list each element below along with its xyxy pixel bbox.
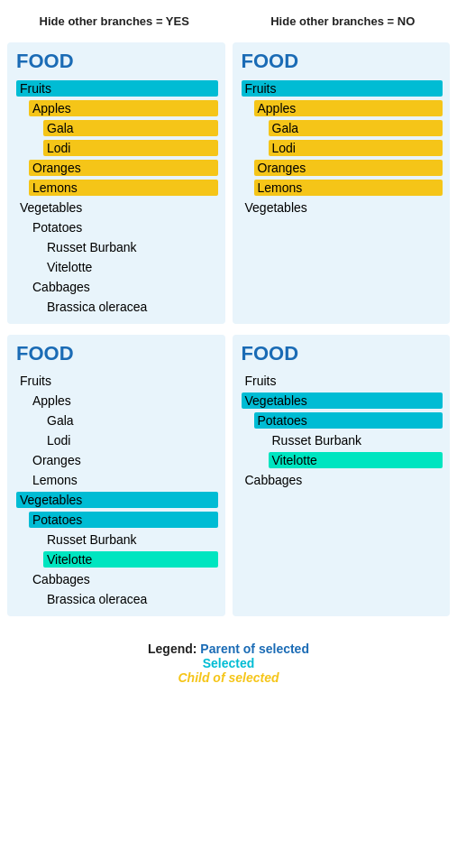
tree-item: Fruits xyxy=(240,78,443,98)
item-label: Russet Burbank xyxy=(43,531,141,548)
tree-item: Lodi xyxy=(14,430,218,450)
tree-item: Vitelotte xyxy=(14,257,218,277)
item-label: Brassica oleracea xyxy=(43,299,151,315)
tree-item: Apples xyxy=(14,98,218,118)
item-label: Cabbages xyxy=(242,472,306,488)
tree-item: Gala xyxy=(240,118,443,138)
tree-item: Lemons xyxy=(14,178,218,198)
page-container: Hide other branches = YES Hide other bra… xyxy=(0,0,457,699)
item-label: Fruits xyxy=(242,80,443,97)
tree-item: Brassica oleracea xyxy=(14,297,218,317)
item-label: Russet Burbank xyxy=(43,239,141,255)
item-label: Vegetables xyxy=(16,492,218,508)
item-label: Vegetables xyxy=(242,392,443,409)
tree-item: Lemons xyxy=(240,178,443,198)
panel: FOODFruitsApplesGalaLodiOrangesLemonsVeg… xyxy=(7,335,225,616)
header-row: Hide other branches = YES Hide other bra… xyxy=(0,0,457,39)
item-label: Apples xyxy=(29,100,218,116)
item-label: Potatoes xyxy=(29,512,218,528)
tree-item: Lodi xyxy=(240,138,443,158)
item-label: Lodi xyxy=(269,140,443,156)
tree-item: Vegetables xyxy=(14,490,218,510)
tree-item: Cabbages xyxy=(240,470,443,490)
tree-item: Brassica oleracea xyxy=(14,589,218,609)
tree-item: Cabbages xyxy=(14,277,218,297)
item-label: Fruits xyxy=(16,373,55,389)
item-label: Potatoes xyxy=(29,219,86,235)
item-label: Russet Burbank xyxy=(269,432,366,448)
tree-item: Lodi xyxy=(14,138,218,158)
item-label: Potatoes xyxy=(254,412,443,429)
legend-child: Child of selected xyxy=(148,670,309,685)
item-label: Cabbages xyxy=(29,571,94,587)
tree-item: Russet Burbank xyxy=(240,430,443,450)
tree-item: Fruits xyxy=(240,371,443,391)
item-label: Vegetables xyxy=(242,199,311,216)
tree-item: Vegetables xyxy=(240,198,443,217)
item-label: Lodi xyxy=(43,140,218,156)
panel: FOODFruitsApplesGalaLodiOrangesLemonsVeg… xyxy=(233,42,451,324)
item-label: Lemons xyxy=(29,472,81,488)
item-label: Oranges xyxy=(29,452,85,468)
item-label: Vitelotte xyxy=(269,452,443,468)
tree-item: Vegetables xyxy=(240,391,443,411)
top-panels-row: FOODFruitsApplesGalaLodiOrangesLemonsVeg… xyxy=(0,39,457,331)
legend-label: Legend: xyxy=(148,642,197,656)
panel: FOODFruitsApplesGalaLodiOrangesLemonsVeg… xyxy=(7,42,225,324)
item-label: Oranges xyxy=(254,160,443,176)
tree-item: Russet Burbank xyxy=(14,530,218,549)
item-label: Apples xyxy=(29,392,75,409)
item-label: Vitelotte xyxy=(43,551,218,568)
item-label: Gala xyxy=(43,412,78,429)
tree-item: Vegetables xyxy=(14,198,218,217)
panel-title: FOOD xyxy=(240,50,443,73)
bottom-panels-row: FOODFruitsApplesGalaLodiOrangesLemonsVeg… xyxy=(0,331,457,623)
panel-title: FOOD xyxy=(14,50,218,73)
tree-item: Gala xyxy=(14,118,218,138)
item-label: Vegetables xyxy=(16,199,86,216)
tree-item: Oranges xyxy=(14,450,218,470)
tree-item: Cabbages xyxy=(14,569,218,589)
header-yes: Hide other branches = YES xyxy=(0,0,229,39)
tree-item: Potatoes xyxy=(14,217,218,237)
item-label: Vitelotte xyxy=(43,259,96,275)
item-label: Brassica oleracea xyxy=(43,591,151,607)
tree-item: Lemons xyxy=(14,470,218,490)
item-label: Apples xyxy=(254,100,443,116)
item-label: Lodi xyxy=(43,432,74,448)
tree-item: Apples xyxy=(240,98,443,118)
tree-item: Fruits xyxy=(14,371,218,391)
item-label: Oranges xyxy=(29,160,218,176)
tree-item: Fruits xyxy=(14,78,218,98)
tree-item: Potatoes xyxy=(14,510,218,530)
legend-selected: Selected xyxy=(148,656,309,670)
tree-item: Vitelotte xyxy=(14,549,218,569)
tree-item: Oranges xyxy=(14,158,218,178)
legend-parent: Parent of selected xyxy=(200,642,309,656)
header-no: Hide other branches = NO xyxy=(229,0,458,39)
tree-item: Oranges xyxy=(240,158,443,178)
panel-title: FOOD xyxy=(14,342,218,365)
panel: FOODFruitsVegetablesPotatoesRusset Burba… xyxy=(233,335,451,616)
tree-item: Gala xyxy=(14,411,218,430)
item-label: Cabbages xyxy=(29,279,94,295)
item-label: Fruits xyxy=(242,373,280,389)
item-label: Gala xyxy=(269,120,443,136)
tree-item: Apples xyxy=(14,391,218,411)
item-label: Lemons xyxy=(254,180,443,196)
item-label: Lemons xyxy=(29,180,218,196)
item-label: Fruits xyxy=(16,80,218,97)
panel-title: FOOD xyxy=(240,342,443,365)
legend: Legend: Parent of selected Selected Chil… xyxy=(148,623,309,699)
tree-item: Potatoes xyxy=(240,411,443,430)
item-label: Gala xyxy=(43,120,218,136)
tree-item: Vitelotte xyxy=(240,450,443,470)
tree-item: Russet Burbank xyxy=(14,237,218,257)
